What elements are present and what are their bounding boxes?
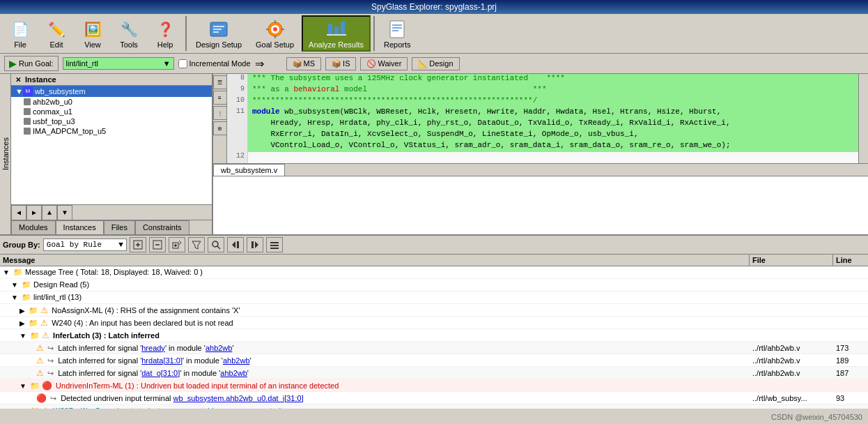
undriven-err-icon: 🔴	[42, 381, 52, 391]
editor-btn-3[interactable]: ⋮	[213, 106, 227, 120]
group-by-dropdown[interactable]: Goal by Rule ▼	[43, 238, 127, 251]
tools-icon: 🔧	[118, 18, 140, 40]
msg-undriven-det-row[interactable]: 🔴 ↪ Detected undriven input terminal wb_…	[0, 392, 868, 404]
no-assign-expand[interactable]: ▶	[20, 307, 25, 315]
tab-instances[interactable]: Instances	[56, 220, 104, 234]
svg-rect-9	[341, 22, 345, 35]
menu-tools[interactable]: 🔧 Tools	[111, 16, 146, 51]
design-button[interactable]: 📐 Design	[412, 57, 459, 70]
editor-btn-1[interactable]: ☰	[213, 75, 227, 89]
waiver-button[interactable]: 🚫 Waiver	[360, 57, 408, 70]
w287a-folder-icon: 📁	[30, 407, 40, 409]
msg-design-read-row[interactable]: ▼ 📁 Design Read (5)	[0, 279, 868, 292]
msg-latch3-row[interactable]: ⚠ ↪ Latch inferred for signal 'dat_o[31:…	[0, 367, 868, 379]
code-scrollbar[interactable]	[858, 74, 868, 163]
reports-icon	[386, 18, 408, 40]
editor-btn-4[interactable]: ⊞	[213, 121, 227, 135]
instances-label: Instances	[0, 135, 11, 173]
tab-files[interactable]: Files	[104, 220, 135, 234]
menu-help[interactable]: ❓ Help	[148, 16, 183, 51]
summary-expand-icon[interactable]: ▼	[3, 268, 10, 276]
tree-item-ima[interactable]: IMA_ADPCM_top_u5	[11, 126, 212, 136]
run-label: Run Goal:	[19, 59, 54, 68]
incremental-mode-checkbox[interactable]	[178, 59, 187, 68]
msg-latch3: ⚠ ↪ Latch inferred for signal 'dat_o[31:…	[0, 368, 750, 379]
msg-design-read: ▼ 📁 Design Read (5)	[0, 280, 750, 290]
msg-lint-rtl-row[interactable]: ▼ 📁 lint/lint_rtl (13)	[0, 292, 868, 304]
analyze-results-icon	[325, 18, 348, 40]
tree-item-conmax[interactable]: conmax_u1	[11, 107, 212, 116]
tree-item-usbf[interactable]: usbf_top_u3	[11, 116, 212, 126]
run-goal-button[interactable]: ▶ Run Goal:	[4, 56, 59, 71]
message-table[interactable]: Message File Line ▼ 📁 Message Tree ( Tot…	[0, 255, 868, 409]
file-tab-wb-subsystem[interactable]: wb_subsystem.v	[213, 164, 285, 176]
menu-design-setup[interactable]: Design Setup	[189, 16, 248, 51]
msg-w287a-row[interactable]: ▼ 📁 ⚠ W287a (1) : Some inputs to instanc…	[0, 404, 868, 409]
menu-goal-setup[interactable]: Goal Setup	[249, 16, 300, 51]
expand-selected-button[interactable]	[169, 237, 185, 252]
msg-undriven-det: 🔴 ↪ Detected undriven input terminal wb_…	[0, 393, 750, 404]
nav-btn-3[interactable]: ▲	[42, 205, 57, 220]
msg-w240-row[interactable]: ▶ 📁 ⚠ W240 (4) : An input has been decla…	[0, 317, 868, 329]
nav-btn-2[interactable]: ▶	[26, 205, 42, 220]
nav-btn-1[interactable]: ◀	[11, 205, 26, 220]
msg-infer-latch-row[interactable]: ▼ 📁 ⚠ InferLatch (3) : Latch inferred	[0, 329, 868, 342]
msg-no-assign-row[interactable]: ▶ 📁 ⚠ NoAssignX-ML (4) : RHS of the assi…	[0, 304, 868, 317]
infer-latch-warn-icon: ⚠	[42, 331, 49, 340]
infer-latch-label: InferLatch (3) : Latch inferred	[53, 331, 160, 340]
filter-button[interactable]	[188, 237, 205, 252]
close-icon[interactable]: ✕	[15, 76, 21, 84]
code-editor[interactable]: 8 *** The subsystem uses a 125MHz clock …	[227, 74, 858, 163]
msg-latch2: ⚠ ↪ Latch inferred for signal 'hrdata[31…	[0, 355, 750, 366]
undriven-det-label: Detected undriven input terminal wb_subs…	[61, 394, 304, 402]
menu-view[interactable]: 🖼️ View	[75, 16, 110, 51]
forward-icon[interactable]: ⇒	[255, 57, 264, 70]
menu-edit[interactable]: ✏️ Edit	[39, 16, 74, 51]
next-button[interactable]	[247, 237, 263, 252]
design-read-expand[interactable]: ▼	[11, 281, 18, 289]
msg-latch2-row[interactable]: ⚠ ↪ Latch inferred for signal 'hrdata[31…	[0, 354, 868, 367]
w287a-expand[interactable]: ▼	[20, 407, 26, 409]
msg-summary-text: Message Tree ( Total: 18, Displayed: 18,…	[25, 268, 203, 276]
line-content-11d: VControl_Load_o, VControl_o, VStatus_i, …	[248, 141, 858, 152]
menu-analyze-results[interactable]: Analyze Results	[302, 15, 371, 52]
tab-modules[interactable]: Modules	[11, 220, 56, 234]
menu-help-label: Help	[157, 40, 173, 49]
file-icon: 📄	[9, 18, 31, 40]
tab-constraints[interactable]: Constraints	[135, 220, 189, 234]
msg-summary-row[interactable]: ▼ 📁 Message Tree ( Total: 18, Displayed:…	[0, 266, 868, 279]
nav-btn-4[interactable]: ▼	[57, 205, 72, 220]
latch3-file: ../rtl/ahb2wb.v	[750, 368, 833, 378]
undriven-expand[interactable]: ▼	[20, 382, 26, 390]
lint-rtl-expand[interactable]: ▼	[11, 294, 18, 301]
incremental-mode-check[interactable]: Incremental Mode	[178, 59, 251, 68]
msg-undriven-row[interactable]: ▼ 📁 🔴 UndrivenInTerm-ML (1) : Undriven b…	[0, 379, 868, 392]
w240-expand[interactable]: ▶	[20, 319, 25, 327]
editor-btn-2[interactable]: ≡	[213, 91, 227, 105]
line-num-11d	[227, 141, 248, 152]
find-button[interactable]	[208, 237, 224, 252]
panel-header-label: Instance	[25, 75, 56, 84]
instances-sidebar: Instances	[0, 74, 11, 234]
line-content-11: module wb_subsystem(WBClk, WBReset, Hclk…	[248, 107, 858, 119]
infer-latch-expand[interactable]: ▼	[20, 332, 26, 340]
is-button[interactable]: 📦 IS	[325, 57, 356, 70]
svg-rect-11	[390, 21, 404, 38]
line-num-12: 12	[227, 152, 248, 163]
tree-item-wb-subsystem[interactable]: ▼ M wb_subsystem	[11, 86, 212, 97]
menu-reports[interactable]: Reports	[378, 16, 417, 51]
collapse-all-button[interactable]	[149, 237, 166, 252]
prev-button[interactable]	[227, 237, 244, 252]
menu-file[interactable]: 📄 File	[3, 16, 38, 51]
latch2-warn-icon: ⚠	[36, 356, 44, 365]
goal-dropdown[interactable]: lint/lint_rtl ▼	[63, 57, 174, 70]
msg-latch1-row[interactable]: ⚠ ↪ Latch inferred for signal 'hready' i…	[0, 342, 868, 354]
settings-button[interactable]	[266, 237, 283, 252]
ms-button[interactable]: 📦 MS	[286, 57, 322, 70]
expand-all-button[interactable]	[130, 237, 146, 252]
svg-marker-26	[232, 241, 235, 248]
svg-rect-27	[237, 241, 239, 248]
tree-item-ahb2wb[interactable]: ahb2wb_u0	[11, 97, 212, 107]
latch1-line: 173	[833, 343, 868, 353]
no-assign-label: NoAssignX-ML (4) : RHS of the assignment…	[52, 306, 240, 315]
